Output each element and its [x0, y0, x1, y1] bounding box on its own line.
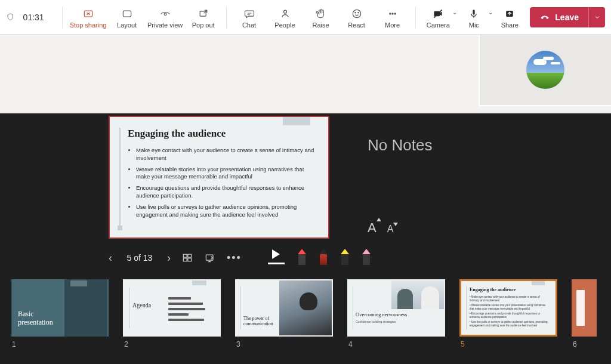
- prev-slide-button[interactable]: ‹: [109, 252, 112, 264]
- svg-point-8: [389, 13, 390, 14]
- thumbnail-item[interactable]: Agenda 2: [123, 279, 221, 348]
- thumbnail-bullet: • Make eye contact with your audience to…: [470, 295, 550, 303]
- layout-button[interactable]: Layout: [112, 3, 143, 32]
- chevron-down-icon: [594, 14, 601, 21]
- active-tool-indicator: [268, 263, 285, 264]
- raise-hand-icon: [315, 7, 327, 20]
- thumbnail-number: 5: [459, 340, 557, 348]
- svg-point-10: [394, 13, 396, 14]
- cursor-tool-button[interactable]: [268, 249, 285, 264]
- share-label: Share: [501, 21, 519, 29]
- leave-button[interactable]: Leave: [530, 7, 588, 27]
- svg-point-2: [164, 13, 166, 16]
- thumbnail-number: 4: [347, 340, 445, 348]
- layout-icon: [121, 7, 133, 20]
- thumbnail-slide-4[interactable]: Overcoming nervousness Confidence-buildi…: [347, 279, 445, 337]
- grid-view-button[interactable]: [181, 251, 193, 264]
- thumbnail-item[interactable]: Basic presentation 1: [11, 279, 109, 348]
- stop-sharing-button[interactable]: Stop sharing: [69, 3, 106, 32]
- meeting-toolbar: 01:31 Stop sharing Layout Private view P…: [0, 0, 611, 35]
- more-icon: [387, 7, 399, 20]
- share-button[interactable]: Share: [494, 3, 525, 32]
- slide-accent: [283, 117, 310, 125]
- people-icon: [279, 7, 291, 20]
- svg-rect-18: [188, 258, 192, 261]
- pop-out-label: Pop out: [192, 21, 215, 29]
- mic-icon: [468, 7, 480, 20]
- svg-point-6: [354, 12, 355, 13]
- slide-bullet: Encourage questions and provide thoughtf…: [136, 184, 315, 200]
- react-icon: [351, 7, 363, 20]
- cursor-icon: [272, 249, 280, 259]
- slide-title: Engaging the audience: [128, 128, 315, 140]
- thumbnail-title: Agenda: [132, 302, 151, 309]
- thumbnail-slide-2[interactable]: Agenda: [123, 279, 221, 337]
- private-view-label: Private view: [147, 21, 183, 29]
- thumbnail-title: Engaging the audience: [470, 287, 516, 292]
- leave-menu-chevron[interactable]: [588, 7, 605, 27]
- popout-slide-button[interactable]: [204, 251, 216, 264]
- chat-button[interactable]: Chat: [234, 3, 265, 32]
- chevron-down-icon[interactable]: ⌄: [488, 9, 493, 16]
- slide-accent: [119, 128, 121, 228]
- pen-tool-button[interactable]: [319, 249, 328, 265]
- thumbnail-item[interactable]: The power of communication 3: [235, 279, 333, 348]
- increase-font-button[interactable]: A: [368, 220, 377, 236]
- react-button[interactable]: React: [341, 3, 372, 32]
- chat-label: Chat: [242, 21, 256, 29]
- mic-label: Mic: [469, 21, 479, 29]
- thumbnail-slide-3[interactable]: The power of communication: [235, 279, 333, 337]
- svg-rect-15: [183, 254, 187, 257]
- thumbnail-item[interactable]: Overcoming nervousness Confidence-buildi…: [347, 279, 445, 348]
- pop-out-button[interactable]: Pop out: [188, 3, 219, 32]
- slide-bullet: Use live polls or surveys to gather audi…: [136, 203, 315, 219]
- thumbnail-bullet: • Weave relatable stories into your pres…: [470, 304, 550, 311]
- thumbnail-slide-6[interactable]: [572, 279, 597, 337]
- chevron-down-icon[interactable]: ⌄: [452, 9, 457, 16]
- slide-controls: ‹ 5 of 13 › •••: [7, 246, 317, 270]
- svg-rect-17: [183, 258, 187, 261]
- slide-bullet: Weave relatable stories into your presen…: [136, 166, 315, 181]
- svg-point-5: [353, 10, 360, 17]
- current-slide[interactable]: Engaging the audience Make eye contact w…: [109, 116, 329, 239]
- thumbnail-slide-5[interactable]: Engaging the audience • Make eye contact…: [459, 279, 557, 337]
- more-button[interactable]: More: [377, 3, 408, 32]
- thumbnail-number: 2: [123, 340, 221, 348]
- svg-point-9: [391, 13, 393, 14]
- svg-point-4: [283, 10, 286, 13]
- stop-sharing-icon: [82, 7, 94, 20]
- toolbar-divider: [415, 7, 416, 28]
- next-slide-button[interactable]: ›: [167, 252, 171, 264]
- eraser-button[interactable]: [362, 249, 371, 265]
- decrease-font-button[interactable]: A: [387, 224, 394, 236]
- thumbnail-lines: [168, 297, 211, 324]
- raise-label: Raise: [312, 21, 329, 29]
- participants-stage: [0, 35, 611, 113]
- laser-pointer-button[interactable]: [298, 249, 306, 265]
- thumbnail-number: 1: [11, 340, 109, 348]
- mic-button[interactable]: Mic: [458, 3, 489, 32]
- thumbnail-slide-1[interactable]: Basic presentation: [11, 279, 109, 337]
- raise-hand-button[interactable]: Raise: [306, 3, 337, 32]
- private-view-button[interactable]: Private view: [147, 3, 183, 32]
- thumbnail-title: The power of communication: [243, 316, 273, 327]
- slide-bullets: Make eye contact with your audience to c…: [128, 147, 315, 219]
- toolbar-divider: [226, 7, 227, 28]
- thumbnail-item[interactable]: 6: [572, 279, 597, 348]
- thumbnail-bullet: • Encourage questions and provide though…: [470, 312, 550, 319]
- participant-tile[interactable]: [479, 35, 611, 106]
- slide-more-button[interactable]: •••: [227, 252, 242, 264]
- chat-icon: [243, 7, 255, 20]
- slide-bullet: Make eye contact with your audience to c…: [136, 147, 315, 162]
- shield-icon[interactable]: [6, 12, 15, 23]
- thumbnail-number: 3: [235, 340, 333, 348]
- slide-counter: 5 of 13: [123, 253, 156, 263]
- pop-out-icon: [198, 7, 209, 20]
- leave-label: Leave: [555, 13, 579, 22]
- camera-button[interactable]: Camera: [422, 3, 453, 32]
- people-button[interactable]: People: [270, 3, 301, 32]
- thumbnail-item[interactable]: Engaging the audience • Make eye contact…: [459, 279, 557, 348]
- share-icon: [504, 7, 516, 20]
- highlighter-button[interactable]: [341, 249, 349, 265]
- toolbar-divider: [62, 7, 63, 28]
